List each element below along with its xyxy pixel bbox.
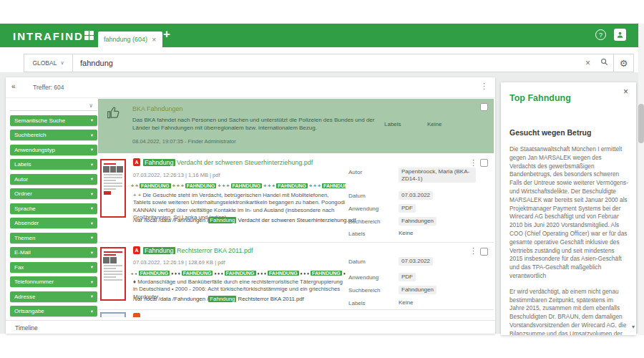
panel-paragraph: Die Staatsanwaltschaft München I ermitte… (509, 145, 628, 281)
featured-result[interactable]: BKA Fahndungen Das BKA fahndet nach Pers… (98, 99, 494, 153)
caret-down-icon: ▾ (91, 176, 93, 182)
facet-labels[interactable]: Labels▾ (10, 159, 97, 170)
caret-down-icon: ▾ (91, 132, 93, 138)
featured-description: Das BKA fahndet nach Personen und Sachen… (132, 117, 379, 132)
panel-heading: Gesucht wegen Betrug (509, 128, 591, 137)
result-menu-icon[interactable]: ⋮ (469, 158, 477, 168)
search-bar: GLOBAL ∨ × ⚙ (24, 54, 634, 72)
facet-fax[interactable]: Fax▾ (10, 262, 97, 273)
new-tab-button[interactable]: + (163, 27, 170, 42)
results-menu-icon[interactable]: ⋮ (480, 82, 488, 91)
tab-close-icon[interactable]: × (152, 36, 156, 44)
caret-down-icon: ▾ (91, 309, 93, 314)
search-icon[interactable] (600, 58, 608, 67)
caret-down-icon: ▾ (91, 205, 93, 211)
timeline-label: Timeline (15, 324, 38, 332)
caret-down-icon: ▾ (91, 147, 93, 153)
highlight-term: Fahndung (143, 159, 175, 166)
caret-down-icon: ▾ (91, 221, 93, 226)
gear-icon: ⚙ (620, 58, 628, 69)
scrollbar-track (638, 24, 644, 335)
result-item[interactable]: A Fahndung Verdacht der schweren Steuerh… (98, 155, 495, 242)
result-meta: 07.03.2022, 12:26:13 | 1,16 MB | pdf (133, 172, 220, 178)
facet-adresse[interactable]: Adresse▾ (10, 291, 97, 302)
facet-ordner[interactable]: Ordner▾ (10, 188, 97, 199)
pdf-icon: A (133, 246, 140, 254)
select-checkbox[interactable] (480, 103, 488, 111)
chevron-down-icon: ∨ (60, 60, 64, 66)
results-count: Treffer: 604 (33, 84, 64, 91)
featured-date: 08.04.2022, 19:07:35 - Finder Administra… (132, 138, 236, 145)
scope-select[interactable]: GLOBAL ∨ (24, 54, 73, 72)
user-account-icon[interactable] (614, 29, 626, 41)
caret-down-icon: ▾ (91, 264, 93, 270)
scope-label: GLOBAL (32, 59, 57, 67)
labels-label: Labels (384, 121, 401, 127)
thumbs-up-icon (107, 105, 121, 122)
app-header: INTRAFIND fahndung (604) × + ? (0, 24, 644, 47)
collapse-sidebar-icon[interactable]: « (11, 82, 16, 90)
snippet-highlights: + + FAHNDUNG ♦ ♦ ♦ FAHNDUNG ♦ ♦ ♦ FAHNDU… (131, 271, 346, 276)
facet-autor[interactable]: Autor▾ (10, 174, 97, 185)
caret-down-icon: ▾ (91, 279, 93, 285)
pdf-icon (133, 313, 140, 317)
result-thumbnail[interactable] (100, 247, 126, 301)
results-header: « Treffer: 604 ⋮ (6, 77, 495, 98)
caret-down-icon: ▾ (91, 250, 93, 256)
result-meta: 07.03.2022, 12:26:19 | 128,69 KB | pdf (133, 259, 225, 266)
tab-fahndung[interactable]: fahndung (604) × (98, 32, 162, 47)
help-icon[interactable]: ? (595, 29, 606, 40)
highlight-term: Fahndung (143, 247, 175, 254)
facet-ortsangabe[interactable]: Ortsangabe▾ (10, 306, 97, 316)
panel-body: Die Staatsanwaltschaft München I ermitte… (509, 145, 628, 335)
facet-sort-dropdown[interactable]: ∨ (10, 100, 97, 111)
result-item[interactable]: A Fahndung Rechtsterror BKA 2011.pdf 07.… (98, 243, 495, 309)
facet-sidebar: ∨ Semantische Suche▾ Suchbereich▾ Anwend… (10, 100, 97, 324)
facet-sprache[interactable]: Sprache▾ (10, 203, 97, 214)
select-checkbox[interactable] (480, 159, 488, 167)
panel-paragraph: Er wird verdächtigt, ab einem nicht gena… (509, 288, 628, 335)
panel-title: Top Fahndung (509, 93, 571, 103)
caret-down-icon: ▾ (91, 162, 93, 168)
pdf-icon: A (133, 158, 140, 166)
facet-semantische-suche[interactable]: Semantische Suche▾ (10, 115, 97, 126)
featured-title[interactable]: BKA Fahndungen (132, 105, 183, 112)
result-menu-icon[interactable]: ⋮ (469, 246, 477, 256)
settings-button[interactable]: ⚙ (613, 54, 633, 72)
labels-value: Keine (427, 121, 441, 127)
result-path: /var /local /data /Fahndungen /Fahndung … (133, 217, 356, 223)
scrollbar-thumb[interactable] (638, 104, 644, 143)
results-panel: « Treffer: 604 ⋮ ∨ Semantische Suche▾ Su… (6, 77, 495, 334)
result-thumbnail[interactable] (100, 159, 126, 218)
facet-suchbereich[interactable]: Suchbereich▾ (10, 130, 97, 140)
caret-down-icon: ▾ (91, 235, 93, 241)
facet-absender[interactable]: Absender▾ (10, 218, 97, 228)
tab-label: fahndung (604) (104, 36, 147, 43)
caret-down-icon: ▾ (91, 117, 93, 123)
chevron-down-icon: ∨ (89, 102, 93, 109)
result-title[interactable]: Fahndung Verdacht der schweren Steuerhin… (143, 159, 313, 166)
scroll-down-icon[interactable]: ▾ (632, 324, 635, 330)
facet-anwendungstyp[interactable]: Anwendungstyp▾ (10, 145, 97, 155)
facet-themen[interactable]: Themen▾ (10, 233, 97, 243)
results-list: BKA Fahndungen Das BKA fahndet nach Pers… (98, 99, 495, 317)
timeline-bar[interactable]: Timeline (6, 320, 495, 334)
facet-email[interactable]: E-Mail▾ (10, 247, 97, 258)
highlight-term: Fahndung (208, 296, 236, 302)
select-checkbox[interactable] (480, 248, 488, 256)
result-path: /var /local /data /Fahndungen /Fahndung … (133, 296, 304, 302)
intrafind-logo: INTRAFIND (13, 30, 84, 42)
apps-grid-icon[interactable] (84, 31, 94, 40)
facet-telefonnummer[interactable]: Telefonnummer▾ (10, 276, 97, 287)
highlight-term: Fahndung (208, 217, 236, 223)
close-icon[interactable]: × (623, 87, 628, 97)
clear-search-icon[interactable]: × (585, 59, 590, 67)
snippet-highlights: + + FAHNDUNG + + + FAHNDUNG + + + FAHNDU… (131, 183, 346, 188)
caret-down-icon: ▾ (91, 294, 93, 299)
caret-down-icon: ▾ (91, 191, 93, 197)
search-input[interactable] (73, 59, 580, 67)
result-item-partial[interactable] (98, 310, 495, 317)
result-title[interactable]: Fahndung Rechtsterror BKA 2011.pdf (143, 247, 253, 254)
page: INTRAFIND fahndung (604) × + ? GLOBAL ∨ … (0, 0, 644, 358)
top-fahndung-panel: × Top Fahndung Gesucht wegen Betrug Die … (501, 82, 636, 335)
